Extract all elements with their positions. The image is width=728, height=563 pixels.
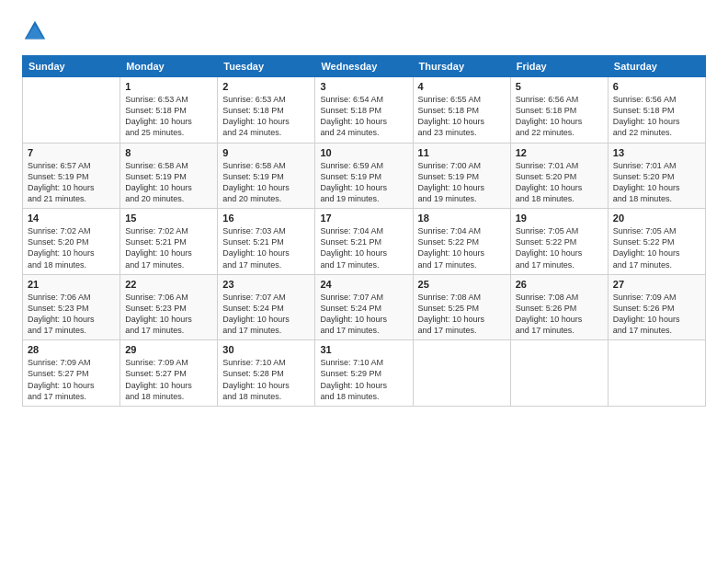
calendar-cell: 10Sunrise: 6:59 AM Sunset: 5:19 PM Dayli… [315, 143, 413, 209]
calendar-cell: 7Sunrise: 6:57 AM Sunset: 5:19 PM Daylig… [23, 143, 120, 209]
calendar-cell: 21Sunrise: 7:06 AM Sunset: 5:23 PM Dayli… [23, 274, 120, 340]
calendar-cell: 1Sunrise: 6:53 AM Sunset: 5:18 PM Daylig… [120, 77, 218, 144]
header [22, 18, 706, 44]
day-info: Sunrise: 7:04 AM Sunset: 5:21 PM Dayligh… [320, 225, 407, 270]
day-number: 16 [222, 213, 310, 224]
calendar-cell: 23Sunrise: 7:07 AM Sunset: 5:24 PM Dayli… [218, 274, 315, 340]
day-number: 18 [418, 213, 506, 224]
day-number: 10 [320, 147, 407, 158]
calendar-header-row: SundayMondayTuesdayWednesdayThursdayFrid… [23, 56, 706, 77]
day-number: 22 [125, 279, 212, 290]
day-info: Sunrise: 7:04 AM Sunset: 5:22 PM Dayligh… [418, 225, 506, 270]
day-number: 11 [418, 147, 506, 158]
day-number: 23 [222, 279, 310, 290]
calendar-cell: 3Sunrise: 6:54 AM Sunset: 5:18 PM Daylig… [315, 77, 413, 144]
day-info: Sunrise: 6:59 AM Sunset: 5:19 PM Dayligh… [320, 160, 407, 205]
calendar-cell [608, 340, 705, 407]
calendar-cell: 30Sunrise: 7:10 AM Sunset: 5:28 PM Dayli… [218, 340, 315, 407]
calendar-cell: 2Sunrise: 6:53 AM Sunset: 5:18 PM Daylig… [218, 77, 315, 144]
day-number: 14 [28, 213, 115, 224]
day-info: Sunrise: 6:55 AM Sunset: 5:18 PM Dayligh… [418, 94, 506, 139]
day-number: 24 [320, 279, 407, 290]
day-number: 6 [613, 81, 700, 92]
calendar-cell: 20Sunrise: 7:05 AM Sunset: 5:22 PM Dayli… [608, 209, 705, 275]
calendar-cell: 17Sunrise: 7:04 AM Sunset: 5:21 PM Dayli… [315, 209, 413, 275]
calendar-cell: 18Sunrise: 7:04 AM Sunset: 5:22 PM Dayli… [413, 209, 510, 275]
calendar-cell: 14Sunrise: 7:02 AM Sunset: 5:20 PM Dayli… [23, 209, 120, 275]
calendar-week-row: 1Sunrise: 6:53 AM Sunset: 5:18 PM Daylig… [23, 77, 706, 144]
day-info: Sunrise: 6:54 AM Sunset: 5:18 PM Dayligh… [320, 94, 407, 139]
day-number: 7 [28, 147, 115, 158]
calendar-cell: 27Sunrise: 7:09 AM Sunset: 5:26 PM Dayli… [608, 274, 705, 340]
calendar-cell [413, 340, 510, 407]
calendar-cell: 22Sunrise: 7:06 AM Sunset: 5:23 PM Dayli… [120, 274, 218, 340]
day-info: Sunrise: 6:53 AM Sunset: 5:18 PM Dayligh… [125, 94, 212, 139]
day-number: 8 [125, 147, 212, 158]
day-info: Sunrise: 7:07 AM Sunset: 5:24 PM Dayligh… [222, 292, 310, 337]
day-number: 30 [222, 344, 310, 355]
day-of-week-header: Monday [120, 56, 218, 77]
day-info: Sunrise: 6:58 AM Sunset: 5:19 PM Dayligh… [222, 160, 310, 205]
day-info: Sunrise: 7:05 AM Sunset: 5:22 PM Dayligh… [613, 225, 700, 270]
day-info: Sunrise: 6:58 AM Sunset: 5:19 PM Dayligh… [125, 160, 212, 205]
calendar-cell: 11Sunrise: 7:00 AM Sunset: 5:19 PM Dayli… [413, 143, 510, 209]
day-info: Sunrise: 6:57 AM Sunset: 5:19 PM Dayligh… [28, 160, 115, 205]
day-of-week-header: Friday [510, 56, 608, 77]
day-number: 19 [516, 213, 603, 224]
logo [22, 18, 51, 44]
calendar-cell: 25Sunrise: 7:08 AM Sunset: 5:25 PM Dayli… [413, 274, 510, 340]
day-number: 2 [222, 81, 310, 92]
logo-icon [22, 18, 48, 44]
day-info: Sunrise: 7:06 AM Sunset: 5:23 PM Dayligh… [125, 292, 212, 337]
day-info: Sunrise: 7:10 AM Sunset: 5:29 PM Dayligh… [320, 357, 407, 402]
day-number: 15 [125, 213, 212, 224]
calendar-cell: 28Sunrise: 7:09 AM Sunset: 5:27 PM Dayli… [23, 340, 120, 407]
day-number: 13 [613, 147, 700, 158]
calendar-cell: 4Sunrise: 6:55 AM Sunset: 5:18 PM Daylig… [413, 77, 510, 144]
calendar-week-row: 21Sunrise: 7:06 AM Sunset: 5:23 PM Dayli… [23, 274, 706, 340]
day-info: Sunrise: 7:02 AM Sunset: 5:21 PM Dayligh… [125, 225, 212, 270]
day-number: 1 [125, 81, 212, 92]
day-number: 27 [613, 279, 700, 290]
day-number: 28 [28, 344, 115, 355]
day-of-week-header: Thursday [413, 56, 510, 77]
day-of-week-header: Wednesday [315, 56, 413, 77]
day-info: Sunrise: 7:01 AM Sunset: 5:20 PM Dayligh… [613, 160, 700, 205]
calendar-table: SundayMondayTuesdayWednesdayThursdayFrid… [22, 55, 706, 407]
day-number: 5 [516, 81, 603, 92]
calendar-cell: 12Sunrise: 7:01 AM Sunset: 5:20 PM Dayli… [510, 143, 608, 209]
day-info: Sunrise: 6:56 AM Sunset: 5:18 PM Dayligh… [516, 94, 603, 139]
day-number: 4 [418, 81, 506, 92]
calendar-cell: 29Sunrise: 7:09 AM Sunset: 5:27 PM Dayli… [120, 340, 218, 407]
day-number: 21 [28, 279, 115, 290]
day-number: 26 [516, 279, 603, 290]
day-info: Sunrise: 7:00 AM Sunset: 5:19 PM Dayligh… [418, 160, 506, 205]
calendar-cell: 6Sunrise: 6:56 AM Sunset: 5:18 PM Daylig… [608, 77, 705, 144]
day-number: 25 [418, 279, 506, 290]
day-info: Sunrise: 7:01 AM Sunset: 5:20 PM Dayligh… [516, 160, 603, 205]
calendar-cell [510, 340, 608, 407]
day-info: Sunrise: 7:06 AM Sunset: 5:23 PM Dayligh… [28, 292, 115, 337]
day-number: 29 [125, 344, 212, 355]
day-info: Sunrise: 7:10 AM Sunset: 5:28 PM Dayligh… [222, 357, 310, 402]
day-number: 3 [320, 81, 407, 92]
svg-marker-1 [26, 25, 44, 39]
day-info: Sunrise: 6:53 AM Sunset: 5:18 PM Dayligh… [222, 94, 310, 139]
calendar-cell: 5Sunrise: 6:56 AM Sunset: 5:18 PM Daylig… [510, 77, 608, 144]
day-info: Sunrise: 7:08 AM Sunset: 5:25 PM Dayligh… [418, 292, 506, 337]
day-of-week-header: Saturday [608, 56, 705, 77]
calendar-cell: 15Sunrise: 7:02 AM Sunset: 5:21 PM Dayli… [120, 209, 218, 275]
day-info: Sunrise: 7:07 AM Sunset: 5:24 PM Dayligh… [320, 292, 407, 337]
day-number: 17 [320, 213, 407, 224]
calendar-cell [23, 77, 120, 144]
calendar-cell: 9Sunrise: 6:58 AM Sunset: 5:19 PM Daylig… [218, 143, 315, 209]
day-info: Sunrise: 7:02 AM Sunset: 5:20 PM Dayligh… [28, 225, 115, 270]
day-number: 9 [222, 147, 310, 158]
day-number: 31 [320, 344, 407, 355]
day-info: Sunrise: 7:03 AM Sunset: 5:21 PM Dayligh… [222, 225, 310, 270]
calendar-cell: 31Sunrise: 7:10 AM Sunset: 5:29 PM Dayli… [315, 340, 413, 407]
day-of-week-header: Sunday [23, 56, 120, 77]
day-info: Sunrise: 7:09 AM Sunset: 5:26 PM Dayligh… [613, 292, 700, 337]
calendar-week-row: 28Sunrise: 7:09 AM Sunset: 5:27 PM Dayli… [23, 340, 706, 407]
calendar-cell: 8Sunrise: 6:58 AM Sunset: 5:19 PM Daylig… [120, 143, 218, 209]
